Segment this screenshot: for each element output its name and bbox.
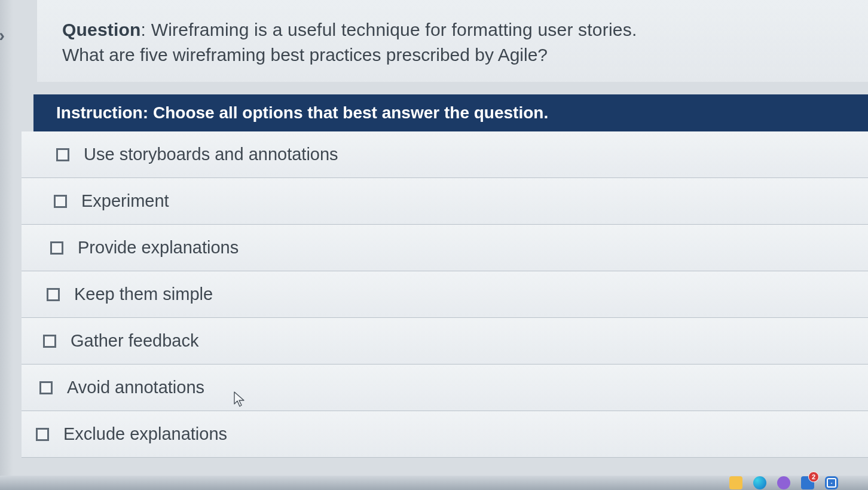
checkbox[interactable]	[36, 428, 49, 441]
store-icon[interactable]: 2	[801, 476, 814, 489]
question-line-2: What are five wireframing best practices…	[62, 45, 844, 65]
notification-badge: 2	[808, 471, 819, 482]
file-explorer-icon[interactable]	[729, 476, 742, 489]
options-list: Use storyboards and annotations Experime…	[22, 131, 868, 458]
chevron-right-icon[interactable]: ›	[0, 25, 5, 45]
browser-icon[interactable]	[753, 476, 766, 489]
option-row[interactable]: Use storyboards and annotations	[22, 131, 868, 178]
checkbox[interactable]	[54, 195, 67, 208]
option-row[interactable]: Gather feedback	[22, 318, 868, 365]
instruction-text: Choose all options that best answer the …	[153, 103, 548, 122]
page-gutter	[0, 0, 13, 490]
checkbox[interactable]	[56, 148, 69, 161]
option-label: Keep them simple	[74, 284, 213, 304]
checkbox[interactable]	[50, 241, 63, 255]
option-label: Experiment	[81, 191, 169, 211]
option-row[interactable]: Provide explanations	[22, 225, 868, 271]
checkbox[interactable]	[47, 288, 60, 301]
chat-icon[interactable]	[777, 476, 790, 489]
instruction-bar: Instruction: Choose all options that bes…	[33, 94, 868, 131]
option-label: Provide explanations	[78, 238, 239, 258]
option-row[interactable]: Avoid annotations	[22, 365, 868, 411]
option-label: Avoid annotations	[67, 378, 204, 397]
question-block: Question: Wireframing is a useful techni…	[37, 0, 868, 82]
option-row[interactable]: Keep them simple	[22, 271, 868, 318]
question-text-1: : Wireframing is a useful technique for …	[141, 20, 637, 39]
option-row[interactable]: Exclude explanations	[22, 411, 868, 458]
checkbox[interactable]	[39, 381, 53, 394]
option-row[interactable]: Experiment	[22, 178, 868, 225]
option-label: Gather feedback	[71, 331, 198, 351]
checkbox[interactable]	[43, 335, 56, 348]
taskbar: 2	[0, 476, 868, 490]
option-label: Exclude explanations	[63, 424, 227, 444]
mail-icon[interactable]	[825, 476, 838, 489]
question-line-1: Question: Wireframing is a useful techni…	[62, 18, 844, 42]
option-label: Use storyboards and annotations	[84, 145, 338, 164]
instruction-label: Instruction:	[56, 103, 148, 122]
question-label: Question	[62, 20, 141, 39]
